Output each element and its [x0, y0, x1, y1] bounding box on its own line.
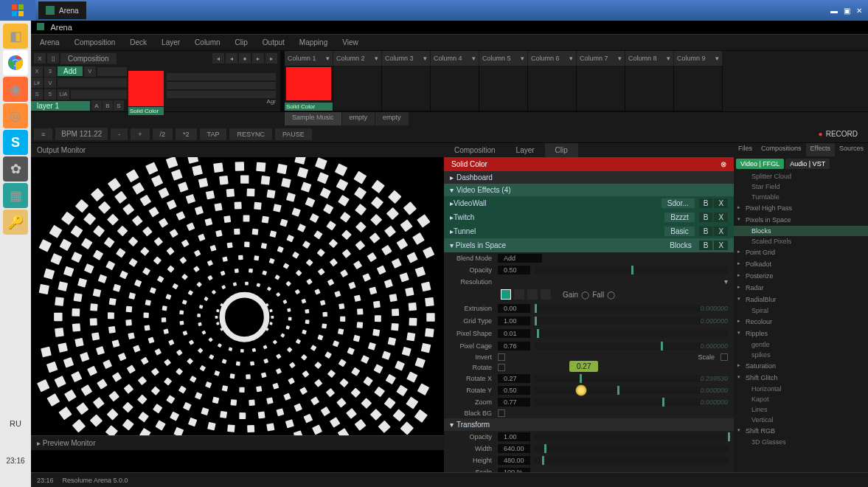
fx-cat-pixel-high-pass[interactable]: Pixel High Pass [734, 202, 868, 214]
layer-slider-1[interactable] [97, 67, 127, 76]
column-header-5[interactable]: Column 5▾ [479, 51, 528, 66]
layer-name[interactable]: layer 1 [31, 101, 90, 111]
deck-tab-2[interactable]: empty [342, 112, 375, 125]
tempo-record[interactable]: RECORD [811, 128, 865, 140]
color-swatch-2[interactable] [514, 289, 524, 300]
dock-app-4[interactable]: ✿ [3, 156, 28, 182]
layer-idx-1[interactable]: 3 [44, 66, 56, 77]
layer-item-2[interactable]: LIA [58, 89, 69, 100]
pixels-preset[interactable]: Blocks [664, 241, 697, 250]
fx-item-kapot[interactable]: Kapot [734, 394, 868, 404]
insp-tab-comp[interactable]: Composition [444, 143, 506, 157]
tempo-resync[interactable]: RESYNC [229, 128, 272, 140]
scale-checkbox[interactable] [721, 353, 728, 361]
deck-tab-1[interactable]: Sample Music [285, 112, 341, 125]
tray-close-icon[interactable]: ✕ [856, 7, 862, 15]
tempo-menu[interactable]: ≡ [34, 128, 52, 140]
tempo-pause[interactable]: PAUSE [275, 128, 312, 140]
deck-nav-next2[interactable]: ▸ [265, 53, 277, 63]
color-swatch-active[interactable] [501, 289, 511, 300]
taskbar-app[interactable]: Arena [38, 1, 86, 19]
width-slider[interactable] [535, 445, 728, 452]
t-opacity-slider[interactable] [535, 433, 728, 441]
menu-column[interactable]: Column [192, 36, 223, 49]
rotatex-value[interactable]: 0.27 [498, 374, 530, 383]
clip-cell-4[interactable] [431, 66, 479, 111]
fx-cat-shift-rgb[interactable]: Shift RGB [734, 425, 868, 437]
clip-cell-7[interactable] [577, 66, 625, 111]
fx-cat-radialblur[interactable]: RadialBlur [734, 294, 868, 305]
deck-nav-next[interactable]: ▸ [252, 53, 264, 63]
layer-slider-3[interactable] [71, 90, 127, 99]
fx-item-3d-glasses[interactable]: 3D Glasses [734, 437, 868, 447]
tempo-minus[interactable]: - [111, 128, 128, 140]
insp-tab-layer[interactable]: Layer [506, 143, 545, 157]
fx-item-lines[interactable]: Lines [734, 404, 868, 415]
dock-skype[interactable]: S [3, 130, 28, 155]
transform-section[interactable]: ▾ Transform [444, 418, 734, 431]
dock-app-2[interactable]: ◉ [3, 77, 28, 102]
layer-item-1[interactable]: L# [31, 77, 43, 88]
dock-app-1[interactable]: ◧ [3, 24, 28, 49]
fx-item-vertical[interactable]: Vertical [734, 415, 868, 425]
column-header-1[interactable]: Column 1▾ [285, 51, 333, 66]
fx-tab-compositions[interactable]: Compositions [757, 143, 806, 156]
deck-nav-play[interactable]: ● [239, 53, 251, 63]
dock-app-6[interactable]: 🔑 [3, 210, 28, 235]
column-header-6[interactable]: Column 6▾ [528, 51, 577, 66]
fx-item-gentle[interactable]: gentle [734, 339, 868, 350]
fx-cat-shift-glitch[interactable]: Shift Glitch [734, 372, 868, 384]
dock-lang[interactable]: RU [10, 419, 21, 428]
tray-icon[interactable]: ▬ [830, 7, 838, 15]
deck-clip-1[interactable]: Solid Color [128, 71, 164, 106]
fx-btn-audio[interactable]: Audio | VST [785, 159, 830, 169]
color-swatch-4[interactable] [541, 289, 551, 300]
column-header-8[interactable]: Column 8▾ [625, 51, 674, 66]
menu-mapping[interactable]: Mapping [296, 36, 330, 49]
column-header-7[interactable]: Column 7▾ [577, 51, 625, 66]
fx-item-horizontal[interactable]: Horizontal [734, 384, 868, 394]
effect-videowall[interactable]: ▸ VideoWallSdor...BX [444, 196, 734, 210]
menu-output[interactable]: Output [260, 36, 288, 49]
clip-cell-9[interactable] [674, 66, 723, 111]
fx-tab-sources[interactable]: Sources [835, 143, 868, 156]
fx-tab-effects[interactable]: Effects [806, 143, 835, 156]
zoom-value[interactable]: 0.77 [498, 398, 530, 407]
fx-cat-posterize[interactable]: Posterize [734, 270, 868, 282]
deck-bar-2[interactable] [167, 82, 276, 89]
deck-bar-3[interactable] [167, 91, 276, 98]
rotatex-slider[interactable] [535, 375, 701, 382]
deck-bar-1[interactable] [167, 73, 276, 80]
fx-cat-point-grid[interactable]: Point Grid [734, 246, 868, 258]
start-button[interactable] [0, 0, 35, 21]
invert-checkbox[interactable] [498, 353, 505, 361]
menu-arena[interactable]: Arena [37, 36, 63, 49]
column-header-9[interactable]: Column 9▾ [674, 51, 723, 66]
layer-add[interactable]: Add [58, 66, 83, 76]
menu-view[interactable]: View [339, 36, 361, 49]
inspector-close-icon[interactable]: ⊗ [721, 160, 726, 168]
clip-cell-6[interactable] [528, 66, 577, 111]
height-slider[interactable] [535, 457, 728, 464]
tempo-plus[interactable]: + [131, 128, 149, 140]
dock-app-5[interactable]: ▦ [3, 183, 28, 208]
layer-a[interactable]: A [91, 100, 102, 111]
menu-deck[interactable]: Deck [127, 36, 150, 49]
menu-clip[interactable]: Clip [232, 36, 251, 49]
rotate-checkbox[interactable] [498, 364, 505, 371]
layer-idx-2[interactable]: 5 [44, 89, 56, 100]
layer-slider-2[interactable] [58, 78, 127, 87]
tempo-double[interactable]: *2 [176, 128, 197, 140]
fx-cat-pixels-in-space[interactable]: Pixels in Space [734, 214, 868, 226]
layer-v-1[interactable]: V [84, 66, 96, 77]
height-value[interactable]: 480.00 [498, 456, 530, 465]
column-header-2[interactable]: Column 2▾ [333, 51, 382, 66]
fx-cat-radar[interactable]: Radar [734, 282, 868, 294]
layer-s[interactable]: S [31, 89, 43, 100]
deck-nav-prev[interactable]: ◂ [212, 53, 224, 63]
layer-v-2[interactable]: V [44, 77, 56, 88]
deck-x-button[interactable]: X [34, 53, 46, 63]
blackbg-checkbox[interactable] [498, 410, 505, 417]
dashboard-section[interactable]: ▸ Dashboard [444, 171, 734, 184]
pixels-section[interactable]: ▾ Pixels in Space BlocksBX [444, 238, 734, 252]
